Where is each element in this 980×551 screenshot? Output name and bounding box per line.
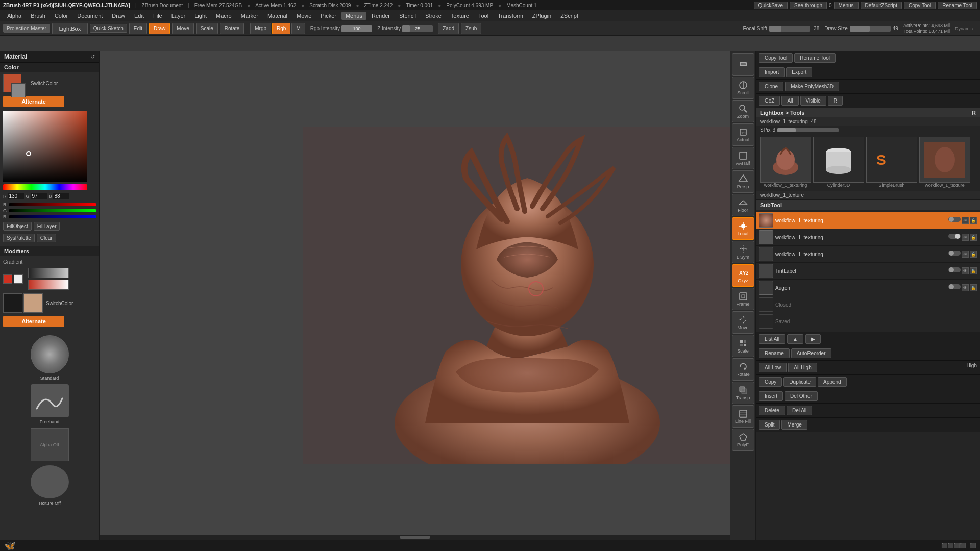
sys-palette-button[interactable]: SysPalette [3,234,35,242]
icon-frame[interactable]: Frame [732,288,754,310]
all-button[interactable]: All [781,96,798,106]
projection-master-button[interactable]: Projection Master [3,24,50,33]
material-refresh-icon[interactable]: ↺ [90,54,95,60]
subtool-row-augen[interactable]: Augen 👁 🔒 [756,280,980,296]
r-rp-button[interactable]: R [828,96,843,106]
subtool-toggle-augen[interactable] [948,284,961,289]
icon-persp[interactable]: Persp [732,170,754,193]
icon-gxyz[interactable]: XYZ Gxyz [732,264,754,287]
lb-item-workflow-texture[interactable]: workflow_1_texture [919,137,970,188]
subtool-toggle-2[interactable] [948,234,961,239]
export-button[interactable]: Export [786,67,812,77]
secondary-color-swatch[interactable] [11,83,26,97]
fill-layer-button[interactable]: FillLayer [34,222,60,231]
lb-thumb-creature[interactable] [760,137,811,183]
subtool-toggle-tint[interactable] [948,267,961,272]
lightbox-r-button[interactable]: R [972,110,976,116]
rotate-button[interactable]: Rotate [220,23,244,34]
scroll-thumb[interactable] [400,536,430,539]
menu-picker[interactable]: Picker [316,12,340,20]
scroll-indicator[interactable] [100,535,730,540]
icon-linefill[interactable]: Line Fill [732,405,754,428]
menu-material[interactable]: Material [263,12,291,20]
subtool-row-1[interactable]: workflow_1_texturing 👁 🔒 [756,212,980,229]
duplicate-button[interactable]: Duplicate [783,377,816,387]
draw-size-slider[interactable] [850,26,891,32]
arrow-right-button[interactable]: ▶ [805,334,821,344]
menu-layer[interactable]: Layer [167,12,190,20]
arrow-up-button[interactable]: ▲ [787,334,803,344]
spix-slider[interactable] [777,128,839,132]
copy-rp-button[interactable]: Copy [759,377,782,387]
status-nav[interactable]: ⬛ [970,543,976,548]
del-other-button[interactable]: Del Other [785,391,818,401]
subtool-row-closed[interactable]: Closed [756,296,980,313]
clone-button[interactable]: Clone [759,82,783,91]
lb-item-cylinder[interactable]: Cylinder3D [813,137,864,188]
icon-move[interactable]: Move [732,311,754,334]
lightbox-tools-header[interactable]: Lightbox > Tools R [756,108,980,117]
subtool-icon-eye-augen[interactable]: 👁 [962,284,969,291]
g-slider[interactable] [9,209,96,212]
zadd-button[interactable]: Zadd [438,23,459,34]
brush-stroke-thumb[interactable] [31,384,69,417]
hue-slider[interactable] [3,184,87,190]
focal-shift-slider[interactable] [769,26,810,32]
move-button[interactable]: Move [172,23,193,34]
clear-button[interactable]: Clear [37,234,56,242]
copy-tool-button[interactable]: Copy Tool [904,2,936,9]
icon-scroll[interactable]: Scroll [732,77,754,99]
make-polymesh3d-button[interactable]: Make PolyMesh3D [785,82,839,91]
subtool-toggle-1[interactable] [948,217,961,222]
icon-transp[interactable]: Transp [732,382,754,404]
menu-alpha[interactable]: Alpha [3,12,26,20]
rename-button[interactable]: Rename [759,348,790,358]
canvas-viewport[interactable] [303,127,752,464]
quicksave-button[interactable]: QuickSave [754,2,788,9]
rename-tool-button[interactable]: Rename Tool [938,2,977,9]
lb-thumb-cylinder[interactable] [813,137,864,183]
subtool-icon-lock-3[interactable]: 🔒 [970,251,977,258]
menu-zplugin[interactable]: ZPlugin [528,12,555,20]
subtool-icon-eye-1[interactable]: 👁 [962,217,969,224]
color-picker[interactable] [3,111,87,182]
status-scroll[interactable]: ⬛⬛⬛⬛ [941,543,966,548]
brush-alpha-thumb[interactable]: Alpha Off [31,428,69,461]
list-all-button[interactable]: List All [759,334,785,344]
subtool-icon-lock-augen[interactable]: 🔒 [970,284,977,291]
menu-draw[interactable]: Draw [108,12,129,20]
r-slider[interactable] [9,203,96,206]
scale-button[interactable]: Scale [196,23,218,34]
brush-texture-thumb[interactable] [31,465,69,498]
quick-sketch-button[interactable]: Quick Sketch [90,24,127,33]
gradient-color1[interactable] [3,274,12,284]
icon-polyf[interactable]: PolyF [732,429,754,451]
switch-dark-swatch[interactable] [3,293,22,313]
subtool-section-header[interactable]: SubTool [756,200,980,210]
menu-file[interactable]: File [149,12,166,20]
edit-button[interactable]: Edit [129,23,147,34]
subtool-row-saved[interactable]: Saved [756,313,980,330]
visible-button[interactable]: Visible [800,96,826,106]
goz-button[interactable]: GoZ [759,96,780,106]
icon-lsym[interactable]: L Sym [732,241,754,263]
subtool-icon-lock-tint[interactable]: 🔒 [970,267,977,274]
icon-zoom[interactable]: Zoom [732,100,754,122]
default-zscript-button[interactable]: DefaultZScript [861,2,902,9]
all-low-button[interactable]: All Low [759,363,787,372]
menu-tool[interactable]: Tool [474,12,493,20]
icon-local[interactable]: Local [732,217,754,240]
menu-stencil[interactable]: Stencil [395,12,420,20]
menu-movie[interactable]: Movie [292,12,315,20]
subtool-icon-eye-tint[interactable]: 👁 [962,267,969,274]
menu-macro[interactable]: Macro [212,12,236,20]
icon-rotate[interactable]: Rotate [732,358,754,381]
see-through-button[interactable]: See-through [790,2,827,9]
menu-color[interactable]: Color [51,12,72,20]
fill-object-button[interactable]: FillObject [3,222,32,231]
menu-light[interactable]: Light [190,12,211,20]
menu-marker[interactable]: Marker [237,12,262,20]
rgb-intensity-slider[interactable]: 100 [341,25,372,32]
menu-render[interactable]: Render [368,12,394,20]
lb-item-creature[interactable]: workflow_1_texturing [760,137,811,188]
